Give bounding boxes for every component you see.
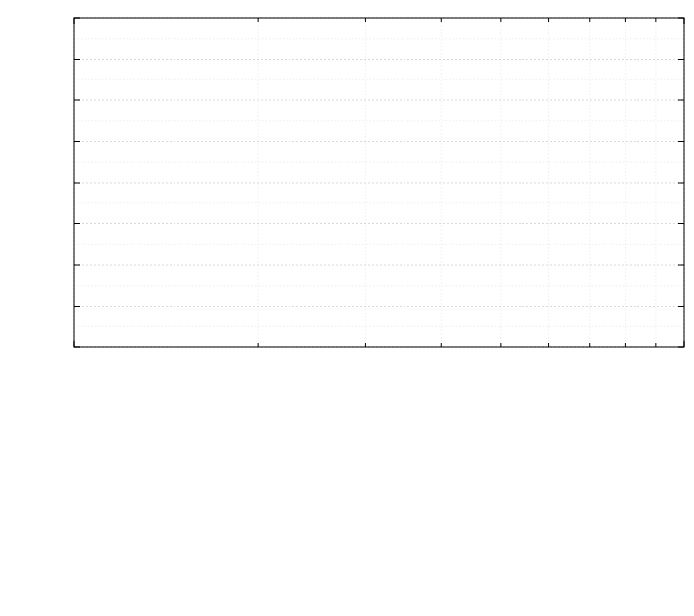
chart-svg xyxy=(0,0,694,616)
bode-plot-figure xyxy=(0,0,694,616)
